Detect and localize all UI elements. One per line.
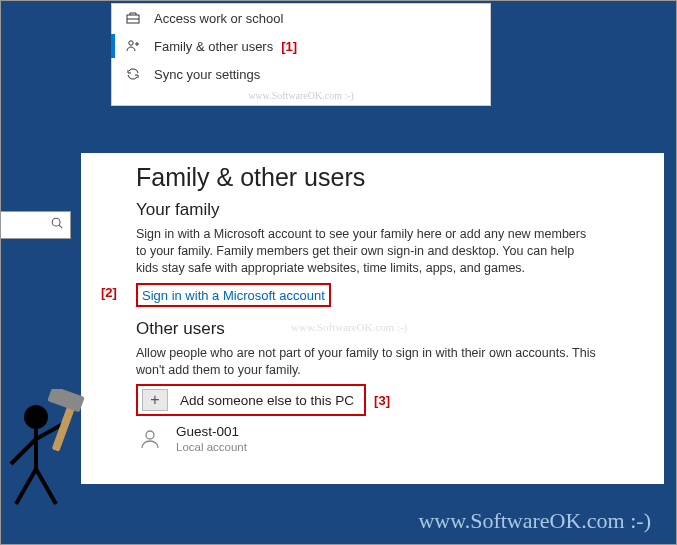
- annotation-box-2: Sign in with a Microsoft account: [136, 283, 331, 307]
- sign-in-ms-account-link[interactable]: Sign in with a Microsoft account: [142, 288, 325, 303]
- annotation-marker-2: [2]: [101, 285, 117, 300]
- add-user-button[interactable]: + Add someone else to this PC: [136, 384, 366, 416]
- search-icon: [50, 216, 64, 234]
- section-heading-family: Your family: [136, 200, 634, 220]
- watermark-text: www.SoftwareOK.com :-): [291, 321, 407, 333]
- nav-item-label: Access work or school: [154, 11, 283, 26]
- page-title: Family & other users: [136, 163, 634, 192]
- briefcase-icon: [124, 9, 142, 27]
- nav-item-sync[interactable]: Sync your settings: [112, 60, 490, 88]
- other-users-description: Allow people who are not part of your fa…: [136, 345, 596, 379]
- svg-line-6: [59, 225, 62, 228]
- nav-item-work-school[interactable]: Access work or school: [112, 4, 490, 32]
- user-name: Guest-001: [176, 424, 247, 440]
- settings-nav-panel: Access work or school Family & other use…: [111, 3, 491, 106]
- svg-rect-15: [47, 389, 84, 412]
- nav-item-label: Family & other users: [154, 39, 273, 54]
- user-account-item[interactable]: Guest-001 Local account: [136, 424, 634, 454]
- person-icon: [136, 425, 164, 453]
- svg-line-13: [36, 469, 56, 504]
- svg-point-8: [24, 405, 48, 429]
- settings-content-panel: Family & other users Your family Sign in…: [81, 153, 664, 484]
- svg-line-12: [16, 469, 36, 504]
- svg-point-7: [146, 431, 154, 439]
- svg-point-5: [52, 218, 60, 226]
- nav-item-family-users[interactable]: Family & other users [1]: [112, 32, 490, 60]
- search-input[interactable]: [1, 211, 71, 239]
- plus-icon: +: [142, 389, 168, 411]
- svg-point-2: [129, 41, 133, 45]
- annotation-marker-1: [1]: [281, 39, 297, 54]
- family-description: Sign in with a Microsoft account to see …: [136, 226, 596, 277]
- annotation-marker-3: [3]: [374, 393, 390, 408]
- people-plus-icon: [124, 37, 142, 55]
- nav-item-label: Sync your settings: [154, 67, 260, 82]
- svg-line-10: [11, 439, 36, 464]
- watermark-text: www.SoftwareOK.com :-): [418, 508, 651, 534]
- user-account-type: Local account: [176, 441, 247, 455]
- add-user-label: Add someone else to this PC: [180, 393, 354, 408]
- stick-figure-illustration: [1, 389, 101, 509]
- watermark-text: www.SoftwareOK.com :-): [112, 88, 490, 105]
- sync-icon: [124, 65, 142, 83]
